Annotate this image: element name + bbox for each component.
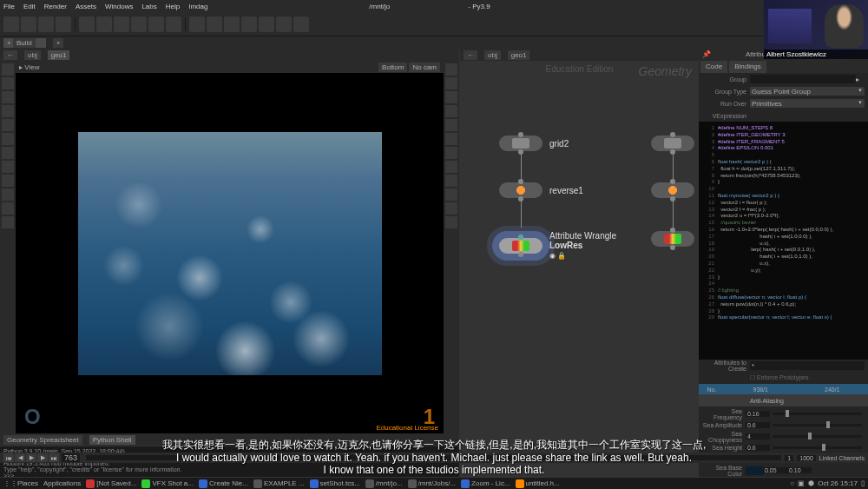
amp-slider[interactable] (773, 424, 862, 426)
node-graph[interactable]: ← obj geo1 Education Edition Geometry gr… (460, 49, 699, 489)
tab-add[interactable]: + (53, 38, 64, 48)
chop-input[interactable]: 4 (746, 433, 770, 439)
first-frame-icon[interactable]: ⏮ (3, 453, 14, 462)
display-icon[interactable] (445, 133, 457, 145)
menu-help[interactable]: Help (166, 3, 180, 10)
tab-bindings[interactable]: Bindings (729, 61, 766, 73)
tool-icon[interactable] (241, 17, 257, 32)
tool-icon[interactable] (56, 17, 71, 32)
height-slider[interactable] (773, 446, 862, 449)
tool-icon[interactable] (166, 17, 181, 32)
basecolor-swatch[interactable] (746, 466, 763, 475)
node-attribute-wrangle[interactable]: Attribute WrangleLowRes◉ 🔒 (499, 231, 616, 260)
node-wrangle2[interactable] (651, 231, 694, 247)
viewport-view-dropdown[interactable]: Bottom (378, 63, 407, 72)
tool-icon[interactable] (259, 17, 274, 32)
tool-icon[interactable] (148, 17, 164, 32)
tool-icon[interactable] (189, 17, 205, 32)
display-icon[interactable] (445, 105, 457, 117)
end-frame[interactable]: 1000 (797, 455, 816, 461)
taskbar-app[interactable]: Create Nie... (199, 479, 248, 488)
freq-slider[interactable] (773, 413, 862, 415)
taskbar-app[interactable]: [Not Saved... (86, 479, 136, 488)
next-frame-icon[interactable]: ▶ (37, 453, 48, 462)
node-reverse[interactable] (651, 182, 694, 198)
tray-icon[interactable]: ▯ (861, 479, 865, 487)
menu-edit[interactable]: Edit (23, 3, 36, 10)
menu-file[interactable]: File (3, 3, 15, 10)
tab-python[interactable]: Python Shell (89, 435, 135, 445)
path-obj[interactable]: obj (484, 50, 501, 60)
tool-icon[interactable] (2, 175, 14, 187)
attrs-input[interactable]: * (750, 361, 865, 370)
display-icon[interactable] (445, 161, 457, 173)
places-menu[interactable]: Places (17, 479, 38, 487)
menu-imdag[interactable]: Imdag (188, 3, 207, 10)
move-icon[interactable] (2, 77, 14, 89)
display-icon[interactable] (445, 119, 457, 131)
node-grid[interactable] (651, 135, 694, 151)
runover-dropdown[interactable]: Primitives (750, 99, 865, 108)
basecolor-g[interactable]: 0.10 (787, 467, 812, 473)
scale-icon[interactable] (2, 105, 14, 117)
tool-icon[interactable] (2, 133, 14, 145)
current-frame[interactable]: 763 (62, 453, 80, 462)
menu-labs[interactable]: Labs (141, 3, 156, 10)
display-icon[interactable] (445, 63, 457, 76)
tray-icon[interactable]: ○ (790, 479, 794, 487)
tool-icon[interactable] (2, 188, 14, 201)
tool-icon[interactable] (21, 17, 36, 32)
taskbar-app[interactable]: VFX Shot a... (141, 479, 194, 488)
display-icon[interactable] (445, 188, 457, 201)
taskbar-app[interactable]: Zoom - Lic... (461, 479, 510, 488)
display-icon[interactable] (445, 91, 457, 103)
path-obj[interactable]: obj (24, 50, 41, 60)
antialiasing-label[interactable]: Anti-Aliasing (750, 398, 865, 404)
freq-input[interactable]: 0.16 (746, 411, 770, 417)
linked-channels[interactable]: Linked Channels (819, 455, 865, 461)
display-icon[interactable] (445, 147, 457, 159)
path-geo1[interactable]: geo1 (508, 50, 530, 60)
last-frame-icon[interactable]: ⏭ (49, 453, 59, 462)
nav-back-icon[interactable]: ← (464, 50, 477, 60)
display-icon[interactable] (445, 77, 457, 89)
3d-viewport[interactable]: 1 O Educational License (16, 73, 444, 433)
tool-icon[interactable] (293, 17, 309, 32)
tool-icon[interactable] (207, 17, 222, 32)
taskbar-app[interactable]: /mnt/Jobs/... (408, 479, 457, 488)
viewport-cam-dropdown[interactable]: No cam (409, 63, 440, 72)
menu-windows[interactable]: Windows (105, 3, 133, 10)
taskbar-app[interactable]: /mnt/jo... (365, 479, 403, 488)
chop-slider[interactable] (773, 435, 862, 438)
taskbar-app[interactable]: EXAMPLE ... (253, 479, 305, 488)
nav-back-icon[interactable]: ← (3, 50, 17, 60)
menu-render[interactable]: Render (44, 3, 67, 10)
display-icon[interactable] (445, 202, 457, 215)
tool-icon[interactable] (131, 17, 147, 32)
tool-icon[interactable] (276, 17, 292, 32)
tool-icon[interactable] (2, 161, 14, 173)
display-icon[interactable] (445, 216, 457, 228)
select-icon[interactable] (2, 63, 14, 76)
tool-icon[interactable] (96, 17, 112, 32)
tool-icon[interactable] (2, 202, 14, 215)
play-icon[interactable]: ▶ (26, 453, 36, 462)
menu-assets[interactable]: Assets (76, 3, 96, 10)
tool-icon[interactable] (79, 17, 95, 32)
tool-icon[interactable] (38, 17, 54, 32)
height-input[interactable]: 0.6 (746, 445, 770, 451)
basecolor-r[interactable]: 0.05 (763, 467, 787, 473)
tool-icon[interactable] (3, 17, 19, 32)
taskbar-app[interactable]: untitled.h... (516, 479, 560, 488)
vex-code-editor[interactable]: 1#define NUM_STEPS 8 2#define ITER_GEOME… (699, 122, 868, 360)
tool-icon[interactable] (224, 17, 240, 32)
tool-icon[interactable] (2, 119, 14, 131)
node-grid2[interactable]: grid2 (499, 135, 569, 151)
tool-icon[interactable] (2, 147, 14, 159)
start-frame[interactable]: 1 (785, 455, 793, 461)
taskbar-app[interactable]: setShot.tcs... (310, 479, 360, 488)
grouptype-dropdown[interactable]: Guess Point Group (750, 87, 865, 96)
clock[interactable]: Oct 26 15:17 (818, 479, 858, 487)
group-menu-icon[interactable]: ▸ (856, 76, 865, 83)
menu-icon[interactable]: ⋮⋮ (3, 479, 17, 487)
